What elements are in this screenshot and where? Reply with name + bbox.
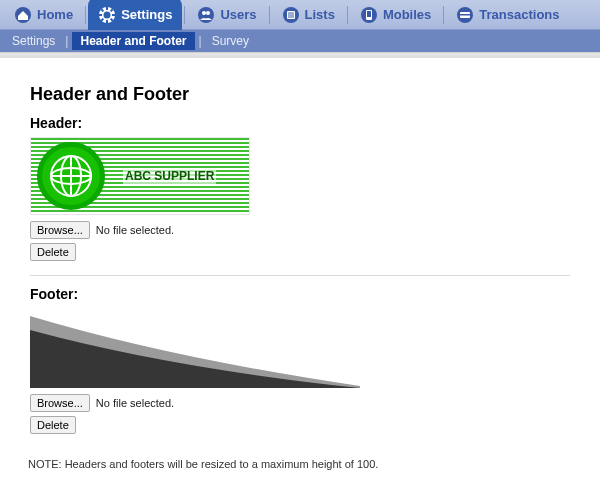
svg-point-2 (104, 11, 111, 18)
nav-label: Users (220, 7, 256, 22)
svg-rect-21 (367, 11, 371, 17)
svg-point-12 (202, 11, 206, 15)
nav-separator (269, 6, 270, 24)
top-nav: Home Settings Users Lists Mobiles Transa… (0, 0, 600, 30)
section-divider (30, 275, 570, 276)
list-icon (282, 6, 300, 24)
nav-separator (184, 6, 185, 24)
footer-file-row: Browse... No file selected. (30, 394, 570, 412)
nav-separator (347, 6, 348, 24)
footer-section-label: Footer: (30, 286, 570, 302)
home-icon (14, 6, 32, 24)
gear-icon (98, 6, 116, 24)
header-image-preview: ABC SUPPLIER (30, 137, 250, 215)
nav-label: Home (37, 7, 73, 22)
sub-nav-separator: | (199, 34, 202, 48)
footer-image-preview (30, 308, 360, 388)
nav-label: Lists (305, 7, 335, 22)
footer-file-status: No file selected. (96, 397, 174, 409)
nav-item-mobiles[interactable]: Mobiles (350, 0, 441, 30)
sub-nav-header-footer[interactable]: Header and Footer (72, 32, 194, 50)
globe-icon (37, 142, 105, 210)
header-browse-button[interactable]: Browse... (30, 221, 90, 239)
nav-label: Transactions (479, 7, 559, 22)
header-section-label: Header: (30, 115, 570, 131)
sub-nav-survey[interactable]: Survey (206, 32, 255, 50)
footer-browse-button[interactable]: Browse... (30, 394, 90, 412)
nav-item-settings[interactable]: Settings (88, 0, 182, 30)
mobile-icon (360, 6, 378, 24)
sub-nav: Settings | Header and Footer | Survey (0, 30, 600, 52)
header-delete-button[interactable]: Delete (30, 243, 76, 261)
nav-item-home[interactable]: Home (4, 0, 83, 30)
nav-label: Settings (121, 7, 172, 22)
nav-item-lists[interactable]: Lists (272, 0, 345, 30)
svg-rect-24 (460, 14, 470, 16)
nav-label: Mobiles (383, 7, 431, 22)
header-file-status: No file selected. (96, 224, 174, 236)
users-icon (197, 6, 215, 24)
svg-point-11 (198, 7, 214, 23)
panel: Header and Footer Header: ABC SUPPLIER B… (14, 70, 586, 448)
nav-separator (85, 6, 86, 24)
sub-nav-separator: | (65, 34, 68, 48)
footer-delete-button[interactable]: Delete (30, 416, 76, 434)
svg-point-13 (206, 11, 210, 15)
resize-note: NOTE: Headers and footers will be resize… (28, 458, 586, 470)
header-image-text: ABC SUPPLIER (123, 168, 216, 184)
sub-nav-settings[interactable]: Settings (6, 32, 61, 50)
nav-item-transactions[interactable]: Transactions (446, 0, 569, 30)
page-title: Header and Footer (30, 84, 570, 105)
header-file-row: Browse... No file selected. (30, 221, 570, 239)
nav-separator (443, 6, 444, 24)
transaction-icon (456, 6, 474, 24)
content: Header and Footer Header: ABC SUPPLIER B… (0, 58, 600, 478)
nav-item-users[interactable]: Users (187, 0, 266, 30)
